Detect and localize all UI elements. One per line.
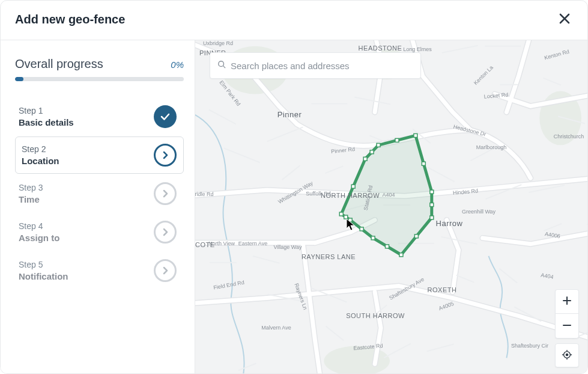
search-input[interactable] [231, 61, 413, 71]
geofence-wizard-modal: Add new geo-fence Overall progress 0% St… [0, 0, 588, 374]
zoom-out-button[interactable] [556, 314, 578, 338]
svg-rect-22 [363, 157, 367, 161]
map-canvas[interactable] [195, 40, 587, 374]
svg-rect-8 [414, 133, 417, 137]
svg-rect-10 [430, 190, 434, 194]
step-label: Step 1 [19, 106, 74, 115]
svg-rect-11 [430, 203, 434, 207]
svg-rect-9 [422, 162, 425, 165]
plus-icon [562, 295, 572, 308]
step-name: Assign to [19, 233, 59, 243]
progress-bar [15, 77, 184, 81]
svg-rect-17 [360, 227, 363, 231]
modal-title: Add new geo-fence [15, 13, 125, 26]
modal-body: Overall progress 0% Step 1Basic detailsS… [1, 40, 587, 374]
svg-rect-15 [386, 245, 389, 248]
step-label: Step 3 [19, 183, 43, 192]
step-name: Notification [19, 271, 68, 281]
progress-title: Overall progress [15, 57, 103, 71]
step-2[interactable]: Step 2Location [15, 136, 184, 174]
svg-rect-25 [395, 138, 399, 142]
wizard-sidebar: Overall progress 0% Step 1Basic detailsS… [1, 40, 195, 374]
svg-rect-16 [371, 236, 375, 240]
modal-header: Add new geo-fence [1, 1, 587, 40]
step-4[interactable]: Step 4Assign to [15, 213, 184, 251]
close-button[interactable] [556, 10, 573, 29]
svg-rect-20 [339, 212, 343, 216]
svg-point-26 [219, 61, 224, 67]
chevron-right-icon [154, 259, 177, 282]
step-1[interactable]: Step 1Basic details [15, 98, 184, 135]
locate-button[interactable] [555, 343, 579, 367]
svg-rect-24 [377, 143, 380, 147]
svg-point-32 [566, 354, 568, 355]
progress-header: Overall progress 0% [15, 57, 184, 71]
step-5[interactable]: Step 5Notification [15, 252, 184, 289]
step-name: Basic details [19, 117, 74, 127]
svg-rect-19 [344, 215, 348, 219]
check-icon [154, 105, 177, 128]
step-name: Time [19, 194, 43, 204]
progress-percent: 0% [171, 60, 184, 70]
step-list: Step 1Basic detailsStep 2LocationStep 3T… [15, 98, 184, 289]
close-icon [559, 13, 571, 26]
step-label: Step 5 [19, 260, 68, 269]
map-search-box[interactable] [210, 52, 421, 79]
step-3[interactable]: Step 3Time [15, 175, 184, 212]
svg-rect-12 [430, 216, 434, 219]
zoom-controls [555, 289, 579, 339]
svg-line-27 [223, 66, 226, 69]
chevron-right-icon [154, 144, 177, 167]
svg-rect-18 [348, 218, 352, 222]
step-label: Step 2 [22, 144, 59, 154]
step-name: Location [22, 156, 59, 166]
svg-rect-14 [399, 253, 403, 257]
svg-rect-21 [351, 185, 355, 188]
map-pane[interactable]: HEADSTONEPINNERPinnerNORTH HARROWHarrowR… [195, 40, 587, 374]
chevron-right-icon [154, 182, 177, 205]
chevron-right-icon [154, 221, 177, 244]
progress-fill [15, 77, 23, 81]
step-label: Step 4 [19, 221, 59, 231]
crosshair-icon [562, 349, 572, 362]
zoom-in-button[interactable] [556, 290, 578, 314]
svg-rect-23 [370, 150, 374, 154]
search-icon [217, 60, 226, 71]
svg-rect-13 [414, 235, 418, 238]
minus-icon [562, 320, 572, 333]
